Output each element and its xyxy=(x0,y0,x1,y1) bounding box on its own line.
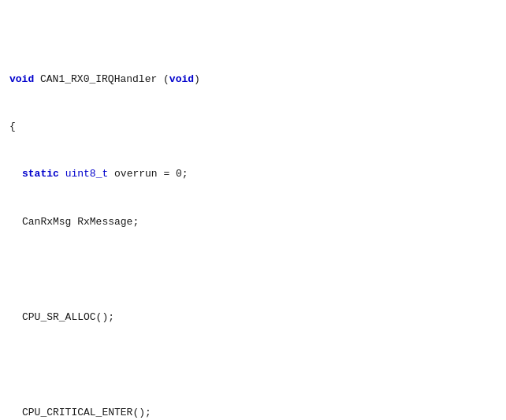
keyword-void2: void xyxy=(169,73,194,85)
keyword-static: static xyxy=(22,168,59,180)
line-5 xyxy=(9,262,497,277)
line-2: { xyxy=(9,119,497,135)
line-4: CanRxMsg RxMessage; xyxy=(22,214,497,230)
keyword-void: void xyxy=(9,73,34,85)
line-8: CPU_CRITICAL_ENTER(); xyxy=(22,405,497,420)
code-block: void CAN1_RX0_IRQHandler (void) { static… xyxy=(9,8,497,420)
line-6: CPU_SR_ALLOC(); xyxy=(22,310,497,325)
type-uint8: uint8_t xyxy=(65,168,109,180)
line-1: void CAN1_RX0_IRQHandler (void) xyxy=(9,72,497,87)
line-3: static uint8_t overrun = 0; xyxy=(22,166,497,182)
line-7 xyxy=(9,357,497,373)
